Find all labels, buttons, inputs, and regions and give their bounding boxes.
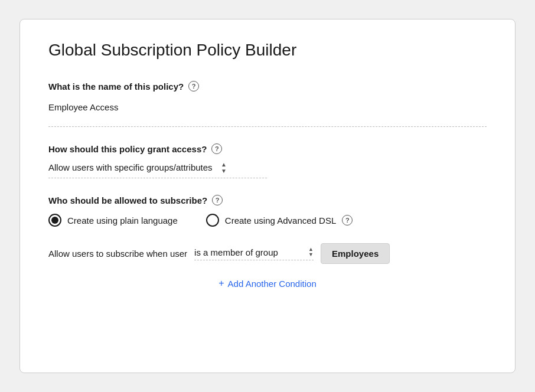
radio-plain-language[interactable]: Create using plain language — [48, 214, 178, 227]
radio-plain-outer — [48, 214, 61, 227]
subscribe-radio-group: Create using plain language Create using… — [48, 214, 487, 227]
policy-name-label: What is the name of this policy? ? — [48, 81, 487, 92]
condition-row: Allow users to subscribe when user is a … — [48, 243, 487, 264]
condition-select-row: is a member of group is not a member of … — [194, 247, 314, 257]
radio-dsl-label: Create using Advanced DSL — [225, 215, 336, 226]
condition-type-select[interactable]: is a member of group is not a member of … — [194, 247, 306, 257]
grant-access-divider — [48, 178, 267, 178]
policy-name-input[interactable] — [48, 100, 487, 115]
radio-advanced-dsl[interactable]: Create using Advanced DSL ? — [206, 214, 353, 227]
grant-access-label: How should this policy grant access? ? — [48, 143, 487, 154]
add-condition-button[interactable]: + Add Another Condition — [218, 278, 316, 289]
policy-name-divider — [48, 126, 487, 127]
policy-name-section: What is the name of this policy? ? — [48, 81, 487, 127]
radio-plain-label: Create using plain language — [67, 215, 178, 226]
condition-select-wrapper: is a member of group is not a member of … — [194, 247, 314, 260]
add-condition-label: Add Another Condition — [228, 279, 317, 289]
grant-access-select[interactable]: Allow users with specific groups/attribu… — [48, 162, 227, 172]
subscribe-help-icon[interactable]: ? — [212, 195, 223, 205]
grant-access-help-icon[interactable]: ? — [211, 143, 222, 154]
condition-spinner-icon: ▲▼ — [308, 247, 314, 257]
subscribe-section: Who should be allowed to subscribe? ? Cr… — [48, 195, 487, 289]
condition-underline — [194, 260, 314, 260]
radio-plain-inner — [51, 217, 58, 224]
dsl-help-icon[interactable]: ? — [342, 215, 353, 226]
policy-name-help-icon[interactable]: ? — [188, 81, 199, 92]
page-title: Global Subscription Policy Builder — [48, 41, 487, 60]
grant-access-section: How should this policy grant access? ? A… — [48, 143, 487, 178]
grant-access-select-wrapper: Allow users with specific groups/attribu… — [48, 162, 227, 172]
add-condition-plus-icon: + — [218, 278, 224, 289]
group-value-button[interactable]: Employees — [321, 243, 390, 264]
add-condition-row: + Add Another Condition — [48, 278, 487, 289]
radio-dsl-outer — [206, 214, 219, 227]
policy-builder-card: Global Subscription Policy Builder What … — [19, 19, 516, 373]
subscribe-label: Who should be allowed to subscribe? ? — [48, 195, 487, 205]
condition-prefix-text: Allow users to subscribe when user — [48, 249, 187, 259]
